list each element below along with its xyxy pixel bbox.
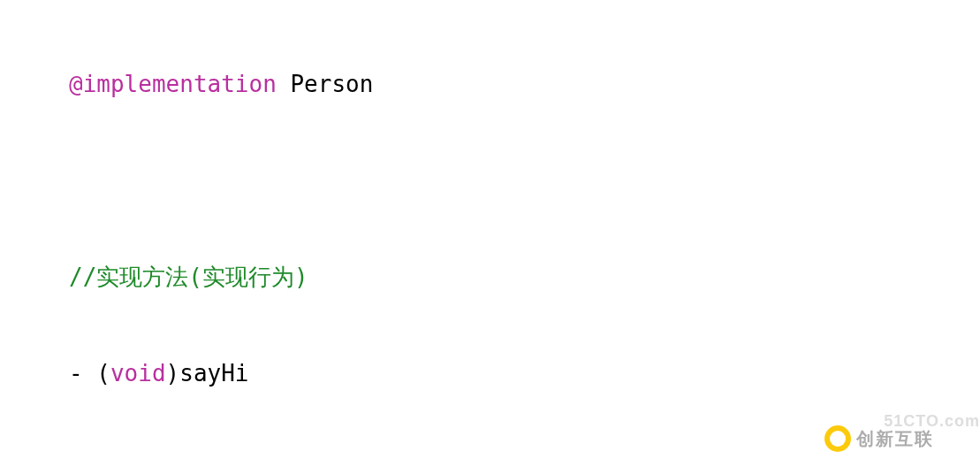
code-block: @implementation Person //实现方法(实现行为) - (v… [69,0,980,459]
lparen: ( [96,360,110,386]
watermark: 创新互联 [824,422,976,455]
minus: - [69,360,83,386]
space [83,360,97,386]
class-name: Person [290,71,373,97]
keyword-void: void [110,360,166,386]
rparen: ) [166,360,180,386]
line-implementation: @implementation Person [69,68,980,100]
method-name-sayhi: sayHi [179,360,248,386]
watermark-logo-icon [824,425,851,452]
keyword-implementation: @implementation [69,71,277,97]
line-method1-sig: - (void)sayHi [69,357,980,389]
line-comment: //实现方法(实现行为) [69,261,980,293]
blank-line [69,164,980,196]
space [277,71,291,97]
comment-text: //实现方法(实现行为) [69,264,308,290]
watermark-brand-text: 创新互联 [856,426,934,451]
